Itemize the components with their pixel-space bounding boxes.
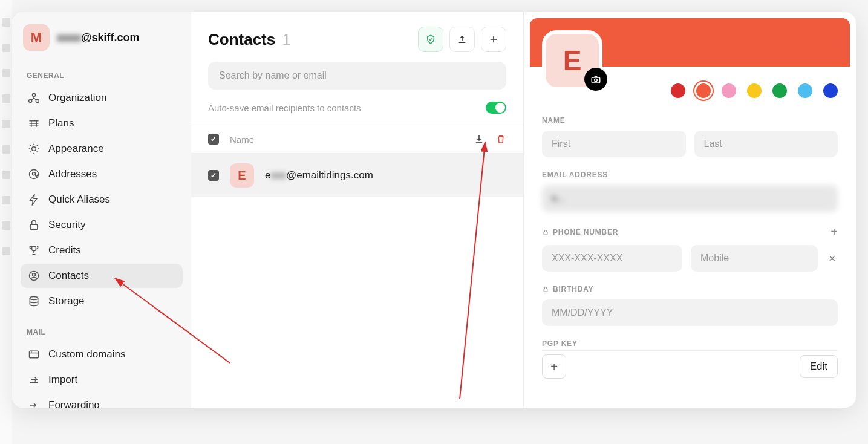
lock-mini-icon — [542, 286, 549, 293]
label-name: NAME — [542, 116, 838, 125]
color-swatch[interactable] — [671, 83, 685, 98]
plus-icon — [488, 34, 499, 45]
svg-point-8 — [33, 273, 36, 276]
sidebar-item-contacts[interactable]: Contacts — [21, 264, 183, 288]
contacts-icon — [28, 270, 40, 282]
sidebar-item-label: Plans — [48, 117, 74, 129]
first-name-input[interactable] — [542, 131, 686, 157]
label-email: EMAIL ADDRESS — [542, 171, 838, 179]
trophy-icon — [28, 244, 40, 256]
svg-point-3 — [32, 147, 36, 151]
sidebar-item-appearance[interactable]: Appearance — [21, 137, 183, 161]
svg-rect-11 — [592, 77, 600, 83]
autosave-toggle[interactable] — [486, 102, 506, 114]
edit-button[interactable]: Edit — [800, 355, 838, 378]
camera-icon — [590, 74, 601, 85]
sidebar-item-storage[interactable]: Storage — [21, 289, 183, 313]
import-icon — [28, 374, 40, 386]
svg-point-4 — [30, 170, 39, 179]
sidebar-item-label: Storage — [48, 295, 85, 307]
add-pgp-button[interactable]: + — [542, 354, 566, 379]
export-button[interactable] — [449, 27, 475, 52]
color-swatch[interactable] — [747, 83, 762, 98]
search-input[interactable] — [208, 62, 506, 90]
remove-phone-button[interactable]: × — [826, 252, 838, 266]
user-row[interactable]: M xxxx@skiff.com — [21, 24, 183, 51]
contact-avatar: E — [230, 163, 254, 188]
row-checkbox[interactable] — [208, 170, 219, 181]
sidebar-item-quick-aliases[interactable]: Quick Aliases — [21, 188, 183, 212]
bolt-icon — [28, 194, 40, 206]
sidebar-item-plans[interactable]: Plans — [21, 111, 183, 135]
addresses-icon — [28, 168, 40, 180]
sidebar-item-label: Forwarding — [48, 399, 100, 408]
svg-rect-14 — [544, 289, 547, 292]
phone-type-input[interactable] — [691, 245, 818, 272]
color-swatch[interactable] — [696, 83, 711, 98]
color-swatch[interactable] — [798, 83, 812, 98]
shield-icon — [425, 34, 436, 45]
phone-input[interactable] — [542, 245, 682, 272]
upload-icon — [457, 34, 468, 45]
sidebar-item-label: Organization — [48, 92, 106, 104]
sidebar-item-label: Custom domains — [48, 348, 126, 361]
appearance-icon — [28, 143, 40, 155]
organization-icon — [28, 92, 40, 104]
email-input[interactable] — [542, 185, 838, 212]
sidebar-item-label: Appearance — [48, 143, 104, 155]
svg-point-9 — [30, 297, 38, 300]
settings-modal: M xxxx@skiff.com GENERAL Organization Pl… — [12, 12, 856, 408]
sidebar-item-label: Quick Aliases — [48, 194, 110, 206]
color-swatch[interactable] — [722, 83, 736, 98]
section-label-mail: MAIL — [21, 324, 183, 340]
contact-email: exxx@emailtidings.com — [265, 169, 373, 181]
birthday-input[interactable] — [542, 299, 838, 326]
user-email: xxxx@skiff.com — [57, 31, 140, 44]
svg-point-0 — [33, 94, 36, 97]
globe-icon — [28, 348, 40, 361]
section-label-general: GENERAL — [21, 68, 183, 83]
download-icon[interactable] — [474, 134, 485, 145]
contacts-panel: Contacts 1 Auto-save email recipients to… — [191, 12, 524, 408]
label-phone: PHONE NUMBER — [542, 228, 618, 237]
plans-icon — [28, 117, 40, 129]
add-contact-button[interactable] — [481, 27, 506, 52]
add-phone-button[interactable]: + — [830, 225, 838, 239]
column-name: Name — [230, 134, 463, 145]
detail-avatar: E — [542, 30, 602, 91]
sidebar-item-label: Credits — [48, 244, 81, 256]
storage-icon — [28, 295, 40, 307]
color-swatch[interactable] — [823, 83, 838, 98]
sidebar-item-organization[interactable]: Organization — [21, 86, 183, 110]
lock-icon — [28, 219, 40, 231]
label-pgp: PGP KEY — [542, 339, 838, 348]
lock-mini-icon — [542, 229, 549, 236]
sidebar: M xxxx@skiff.com GENERAL Organization Pl… — [12, 12, 191, 408]
sidebar-item-label: Addresses — [48, 168, 97, 180]
shield-button[interactable] — [418, 27, 443, 52]
sidebar-item-import[interactable]: Import — [21, 368, 183, 392]
sidebar-item-label: Security — [48, 219, 85, 231]
svg-rect-13 — [544, 232, 547, 235]
last-name-input[interactable] — [694, 131, 838, 157]
sidebar-item-addresses[interactable]: Addresses — [21, 162, 183, 186]
change-photo-button[interactable] — [584, 68, 607, 91]
svg-rect-6 — [30, 224, 38, 229]
forward-icon — [28, 399, 40, 408]
contact-row[interactable]: E exxx@emailtidings.com — [191, 154, 523, 197]
select-all-checkbox[interactable] — [208, 134, 219, 145]
sidebar-item-forwarding[interactable]: Forwarding — [21, 393, 183, 408]
sidebar-item-credits[interactable]: Credits — [21, 238, 183, 263]
user-avatar: M — [23, 24, 50, 51]
autosave-label: Auto-save email recipients to contacts — [208, 103, 361, 113]
trash-icon[interactable] — [495, 134, 506, 145]
sidebar-item-label: Contacts — [48, 270, 89, 282]
list-header: Name — [191, 125, 523, 154]
label-birthday: BIRTHDAY — [542, 285, 838, 293]
page-title: Contacts 1 — [208, 30, 291, 49]
sidebar-item-security[interactable]: Security — [21, 213, 183, 237]
svg-rect-10 — [30, 351, 39, 358]
sidebar-item-custom-domains[interactable]: Custom domains — [21, 342, 183, 367]
color-swatch[interactable] — [772, 83, 787, 98]
contact-detail-panel: E NAME EMAIL ADDRESS PHONE NUMBER — [524, 12, 856, 408]
